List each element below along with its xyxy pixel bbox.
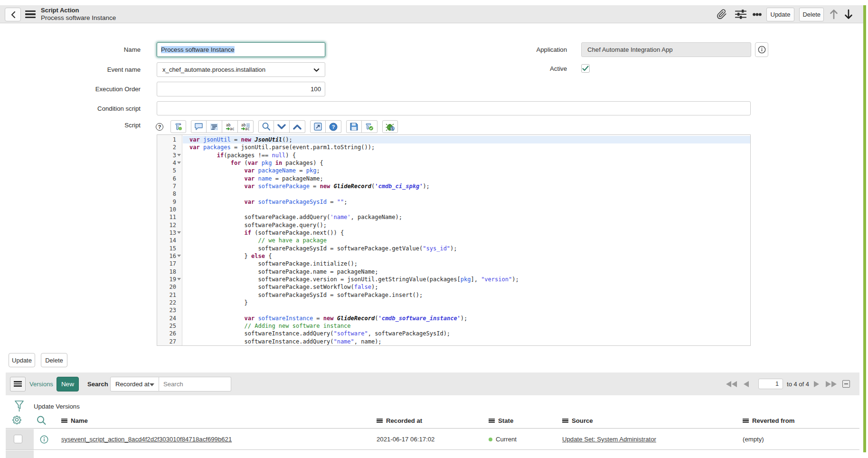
code-line[interactable] [183,190,750,198]
replace-button[interactable]: abac [222,120,238,133]
code-line[interactable]: var packages = jsonUtil.parse(event.parm… [183,143,750,151]
find-previous-button[interactable] [290,120,305,133]
back-button[interactable] [5,8,21,21]
code-line[interactable]: if (softwarePackage.next()) { [183,229,750,237]
next-record-button[interactable] [844,9,853,20]
personalize-form-button[interactable] [735,9,746,19]
column-label: State [498,417,513,424]
column-header-reverted-from[interactable]: Reverted from [743,417,794,424]
application-info-button[interactable] [755,42,768,57]
page: Script Action Process software Instance [0,0,868,458]
update-button-footer[interactable]: Update [9,353,35,367]
script-code-editor[interactable]: 1234567891011121314151617181920212223242… [157,134,751,346]
cell-source[interactable]: Update Set: System Administrator [562,436,656,443]
first-page-button[interactable] [726,381,738,387]
open-new-window-button[interactable] [310,120,326,133]
column-header-state[interactable]: State [489,417,513,424]
syntax-editor-button[interactable] [170,120,186,133]
name-input[interactable]: Process software Instance [157,42,325,57]
list-context-menu-icon[interactable] [10,377,26,391]
code-line[interactable]: softwarePackage.name = packageName; [183,268,750,276]
code-line[interactable]: var softwarePackageSysId = ""; [183,198,750,206]
record-link[interactable]: sysevent_script_action_8acd4f2d2f303010f… [61,436,232,443]
column-header-source[interactable]: Source [562,417,593,424]
column-menu-icon[interactable] [489,418,495,424]
gear-icon[interactable] [12,415,21,424]
code-line[interactable]: softwarePackageSysId = softwarePackage.g… [183,245,750,252]
condition-script-input[interactable] [157,101,751,115]
line-number: 8 [173,190,176,198]
attachment-button[interactable] [717,9,727,20]
fold-arrow-icon[interactable] [177,162,181,164]
column-menu-icon[interactable] [743,418,749,424]
previous-page-button[interactable] [743,381,749,387]
list-search-input[interactable] [159,377,231,391]
fold-arrow-icon[interactable] [177,278,181,280]
code-line[interactable]: softwareInstance.addQuery("software", so… [183,330,750,337]
column-menu-icon[interactable] [377,418,383,424]
code-line[interactable]: // we have a package [183,237,750,244]
field-help-icon[interactable]: ? [156,123,163,131]
code-line[interactable]: var softwarePackage = new GlideRecord('c… [183,182,750,190]
row-checkbox[interactable] [14,435,22,443]
breadcrumb-text[interactable]: Update Versions [34,403,80,410]
replace-all-button[interactable]: abac [238,120,254,133]
search-field-select[interactable]: Recorded at [110,377,159,391]
new-button[interactable]: New [57,377,79,391]
delete-button-footer[interactable]: Delete [41,353,67,367]
code-line[interactable]: // Adding new software instance [183,322,750,330]
code-line[interactable]: var name = packageName; [183,175,750,182]
comment-button[interactable] [191,120,207,133]
record-info-icon[interactable] [40,435,48,444]
code-line[interactable] [183,306,750,314]
code-line[interactable]: var jsonUtil = new JsonUtil(); [183,136,750,143]
line-number: 16 [170,252,176,260]
minimize-list-button[interactable] [842,380,850,388]
code-line[interactable]: softwarePackageSysId = softwarePackage.i… [183,291,750,299]
column-menu-icon[interactable] [61,418,67,424]
column-header-name[interactable]: Name [61,417,88,424]
code-line[interactable]: } else { [183,252,750,260]
code-line[interactable]: softwarePackage.addQuery('name', package… [183,213,750,221]
fold-arrow-icon[interactable] [177,255,181,257]
event-name-select[interactable]: x_chef_automate.process.installation [157,62,325,77]
format-code-button[interactable] [207,120,222,133]
last-page-button[interactable] [825,381,837,387]
filter-icon[interactable] [15,401,24,412]
delete-button-header[interactable]: Delete [799,8,824,21]
code-line[interactable]: softwareInstance.addQuery("name", name); [183,338,750,345]
help-button[interactable]: ? [326,120,341,133]
form-context-menu-icon[interactable] [25,9,36,19]
execution-order-input[interactable]: 100 [157,82,325,96]
update-button-header[interactable]: Update [766,8,795,21]
code-line[interactable]: softwarePackage.version = jsonUtil.getSt… [183,276,750,283]
code-line[interactable]: softwarePackage.initialize(); [183,260,750,267]
debug-button[interactable]: S [382,120,398,133]
page-number-input[interactable] [758,379,783,389]
search-icon[interactable] [36,415,47,426]
code-line[interactable] [183,206,750,213]
code-line[interactable]: } [183,299,750,306]
column-menu-icon[interactable] [562,418,568,424]
active-checkbox[interactable] [581,64,590,73]
save-button[interactable] [346,120,362,133]
cell-name[interactable]: sysevent_script_action_8acd4f2d2f303010f… [61,436,232,443]
search-button[interactable] [258,120,274,133]
code-line[interactable]: var packageName = pkg; [183,167,750,174]
find-next-button[interactable] [274,120,290,133]
code-line[interactable]: softwarePackage.query(); [183,221,750,229]
code-line[interactable]: for (var pkg in packages) { [183,159,750,167]
chevron-down-icon [313,67,320,73]
code-line[interactable]: softwarePackage.setWorkflow(false); [183,283,750,291]
source-link[interactable]: Update Set: System Administrator [562,436,656,443]
column-header-recorded-at[interactable]: Recorded at [377,417,422,424]
column-label: Reverted from [752,417,794,424]
previous-record-button[interactable] [829,9,839,20]
next-page-button[interactable] [814,381,820,387]
fold-arrow-icon[interactable] [177,154,181,156]
code-line[interactable]: if(packages !== null) { [183,152,750,159]
more-options-button[interactable] [753,13,762,16]
fold-arrow-icon[interactable] [177,231,181,234]
code-line[interactable]: var softwareInstance = new GlideRecord('… [183,315,750,322]
syntax-check-button[interactable] [362,120,377,133]
